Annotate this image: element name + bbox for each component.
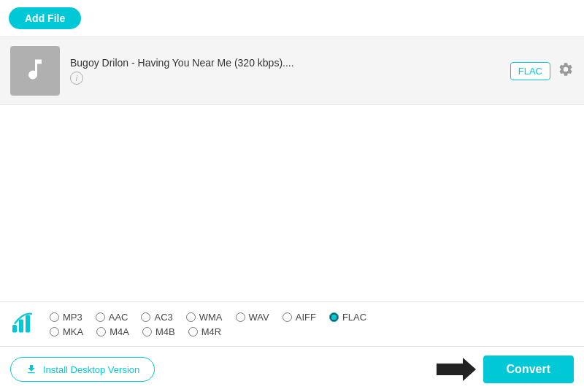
svg-rect-2 xyxy=(26,315,30,333)
bottom-bar: Install Desktop Version Convert xyxy=(0,346,584,392)
format-row-1: MP3 AAC AC3 WMA WAV AIFF FLAC xyxy=(50,312,366,323)
svg-rect-1 xyxy=(19,320,23,333)
file-info: Bugoy Drilon - Having You Near Me (320 k… xyxy=(70,57,510,85)
install-label: Install Desktop Version xyxy=(43,364,139,375)
download-icon xyxy=(26,364,37,375)
format-options: MP3 AAC AC3 WMA WAV AIFF FLAC xyxy=(50,312,366,337)
format-aac[interactable]: AAC xyxy=(96,312,128,323)
audio-icon xyxy=(10,310,36,339)
format-m4b[interactable]: M4B xyxy=(142,326,175,337)
add-file-button[interactable]: Add File xyxy=(9,7,81,29)
settings-icon[interactable] xyxy=(558,61,574,81)
file-actions: FLAC xyxy=(510,61,574,81)
convert-button[interactable]: Convert xyxy=(483,356,574,383)
format-row-2: MKA M4A M4B M4R xyxy=(50,326,366,337)
toolbar: Add File xyxy=(0,0,584,37)
format-selector: MP3 AAC AC3 WMA WAV AIFF FLAC xyxy=(0,301,584,346)
file-list: Bugoy Drilon - Having You Near Me (320 k… xyxy=(0,37,584,301)
format-wma[interactable]: WMA xyxy=(186,312,223,323)
format-wav[interactable]: WAV xyxy=(236,312,269,323)
file-name: Bugoy Drilon - Having You Near Me (320 k… xyxy=(70,57,510,69)
music-note-icon xyxy=(22,56,48,85)
info-icon[interactable]: i xyxy=(70,72,83,85)
file-item: Bugoy Drilon - Having You Near Me (320 k… xyxy=(0,37,584,105)
format-badge[interactable]: FLAC xyxy=(510,62,550,80)
install-desktop-button[interactable]: Install Desktop Version xyxy=(10,357,155,382)
format-m4r[interactable]: M4R xyxy=(188,326,221,337)
format-flac[interactable]: FLAC xyxy=(329,312,366,323)
svg-marker-3 xyxy=(437,358,476,381)
format-aiff[interactable]: AIFF xyxy=(283,312,316,323)
arrow-right-icon xyxy=(437,358,476,381)
right-section: Convert xyxy=(437,356,574,383)
format-mp3[interactable]: MP3 xyxy=(50,312,82,323)
format-mka[interactable]: MKA xyxy=(50,326,83,337)
svg-rect-0 xyxy=(12,325,17,333)
format-ac3[interactable]: AC3 xyxy=(141,312,172,323)
format-m4a[interactable]: M4A xyxy=(96,326,129,337)
file-thumbnail xyxy=(10,46,60,96)
